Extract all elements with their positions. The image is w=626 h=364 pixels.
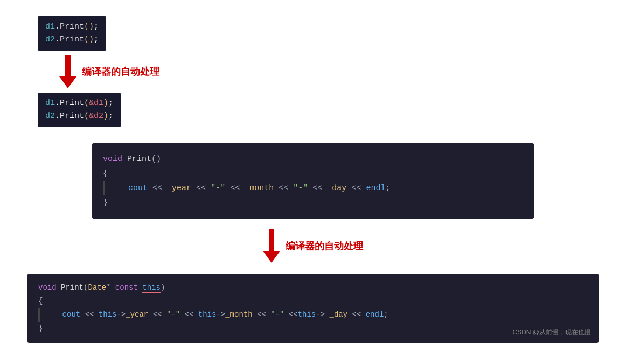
bottom-line1: void Print(Date* const this) — [38, 281, 588, 295]
mid-code-block: d1.Print(&d1); d2.Print(&d2); — [38, 93, 121, 127]
watermark: CSDN @从前慢，现在也慢 — [512, 327, 591, 339]
arrow2-section: 编译器的自动处理 — [16, 229, 610, 263]
bottom-line2: { — [38, 295, 588, 308]
arrow1-section: 编译器的自动处理 — [59, 55, 159, 88]
arrow2-icon — [263, 229, 280, 263]
arrow1-label: 编译器的自动处理 — [82, 65, 159, 78]
mid-code-line1: d1.Print(&d1); — [45, 97, 113, 110]
top-code-line2: d2.Print(); — [45, 33, 99, 46]
top-code-line1: d1.Print(); — [45, 20, 99, 33]
void-print-line4: } — [103, 195, 523, 210]
bottom-line3: cout << this->_year << "-" << this->_mon… — [38, 308, 588, 321]
top-code-block: d1.Print(); d2.Print(); — [38, 16, 106, 51]
void-print-code-block: void Print() { cout << _year << "-" << _… — [92, 143, 534, 219]
top-section: d1.Print(); d2.Print(); 编译器的自动处理 d1.Prin… — [16, 11, 610, 127]
bottom-line4: } — [38, 322, 588, 335]
bottom-code-block: void Print(Date* const this) { cout << t… — [27, 274, 599, 343]
arrow1-icon — [59, 55, 76, 88]
page-container: d1.Print(); d2.Print(); 编译器的自动处理 d1.Prin… — [0, 0, 626, 364]
arrow2-label: 编译器的自动处理 — [286, 240, 363, 253]
void-print-line1: void Print() — [103, 152, 523, 166]
mid-code-line2: d2.Print(&d2); — [45, 110, 113, 123]
void-print-line2: { — [103, 166, 523, 181]
void-print-line3: cout << _year << "-" << _month << "-" <<… — [103, 181, 523, 195]
